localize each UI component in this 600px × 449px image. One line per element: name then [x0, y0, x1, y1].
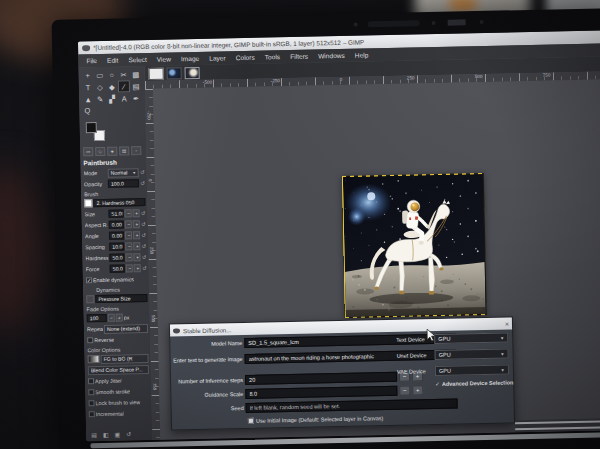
menu-help[interactable]: Help [351, 50, 373, 59]
image-tab-active[interactable] [185, 66, 200, 78]
reset-icon[interactable]: ↺ [141, 232, 146, 238]
repeat-dropdown[interactable]: None (extend) [104, 324, 148, 334]
apply-jitter-checkbox[interactable] [88, 378, 94, 384]
guidance-input[interactable] [245, 386, 397, 399]
minus-icon[interactable]: − [126, 253, 133, 261]
zoom-tool-icon[interactable]: Q [82, 105, 143, 117]
use-initial-image-checkbox[interactable] [248, 418, 254, 424]
menu-windows[interactable]: Windows [314, 51, 349, 61]
image-tab[interactable] [167, 67, 182, 79]
eraser-tool-icon[interactable]: ▤ [130, 80, 142, 92]
dock-button-icon[interactable]: ▤ [119, 146, 129, 155]
dock-button-icon[interactable]: ▫ [131, 146, 141, 155]
layer-selection-border[interactable] [342, 173, 487, 318]
close-icon[interactable]: × [505, 320, 509, 327]
crop-tool-icon[interactable]: ▩ [130, 68, 142, 80]
vae-device-dropdown[interactable]: GPU ▼ [435, 364, 509, 376]
plus-icon[interactable]: + [134, 242, 141, 250]
color-swatches[interactable] [83, 119, 144, 144]
rectangle-select-tool-icon[interactable]: ▭ [94, 69, 106, 81]
bucket-fill-tool-icon[interactable]: ◆ [106, 81, 118, 93]
blend-color-space-dropdown[interactable]: Blend Color Space P... [88, 365, 149, 375]
reset-icon[interactable]: ↺ [141, 210, 146, 216]
airbrush-tool-icon[interactable]: ▲ [82, 93, 94, 105]
pencil-tool-icon[interactable]: ✎ [94, 93, 106, 105]
smudge-tool-icon[interactable]: ▞ [106, 93, 118, 105]
menu-file[interactable]: File [82, 56, 101, 65]
fade-length-field[interactable]: 100 [87, 314, 107, 322]
plus-icon[interactable]: + [134, 264, 141, 272]
gradient-tool-icon[interactable]: ◇ [94, 81, 106, 93]
angle-slider[interactable]: 0.00 [109, 231, 125, 239]
plus-icon[interactable]: + [133, 231, 140, 239]
size-slider[interactable]: 51.00 [108, 209, 124, 217]
menu-colors[interactable]: Colors [232, 53, 259, 63]
minus-icon[interactable]: − [125, 220, 132, 228]
reset-icon[interactable]: ↺ [142, 243, 147, 249]
aspect-slider[interactable]: 0.00 [109, 220, 125, 228]
steps-input[interactable] [245, 372, 397, 385]
menu-layer[interactable]: Layer [205, 53, 230, 63]
restore-options-icon[interactable]: ◧ [103, 431, 109, 438]
image-tab[interactable] [149, 67, 164, 79]
opacity-reset-icon[interactable]: ↺ [140, 180, 145, 186]
scrollbar-track[interactable] [515, 420, 600, 424]
lock-brush-checkbox[interactable] [88, 400, 94, 406]
ink-tool-icon[interactable]: ✒ [130, 92, 142, 104]
paintbrush-tool-icon[interactable]: ∕ [118, 80, 130, 92]
reset-icon[interactable]: ↺ [142, 254, 147, 260]
reverse-checkbox[interactable] [87, 337, 93, 343]
spacing-slider[interactable]: 10.0 [109, 242, 125, 250]
enable-dynamics-checkbox[interactable]: ✓ [86, 277, 92, 283]
reset-icon[interactable]: ↺ [141, 221, 146, 227]
incremental-checkbox[interactable] [89, 411, 95, 417]
hardness-slider[interactable]: 50.0 [109, 253, 125, 261]
brush-selector[interactable]: 2. Hardness 050 [93, 198, 145, 207]
advanced-checkbox[interactable]: ✓ [435, 381, 440, 387]
gradient-swatch[interactable] [88, 355, 100, 363]
menu-view[interactable]: View [153, 54, 175, 63]
minus-icon[interactable]: − [125, 209, 132, 217]
menu-edit[interactable]: Edit [103, 56, 123, 65]
free-select-tool-icon[interactable]: ○ [106, 69, 118, 81]
opacity-slider[interactable]: 100.0 [108, 179, 140, 188]
dock-button-icon[interactable]: ▭ [83, 147, 93, 156]
reset-icon[interactable]: ↺ [142, 265, 147, 271]
plus-icon[interactable]: + [134, 253, 141, 261]
minus-icon[interactable]: − [399, 386, 410, 396]
text-device-dropdown[interactable]: GPU ▼ [434, 332, 508, 344]
fade-unit[interactable]: px [124, 314, 130, 320]
transform-tool-icon[interactable]: T [82, 81, 94, 93]
gradient-dropdown[interactable]: FG to BG (R [101, 354, 149, 364]
menu-filters[interactable]: Filters [286, 52, 312, 62]
color-options-caption[interactable]: Color Options [87, 346, 148, 353]
plus-icon[interactable]: + [412, 385, 423, 395]
dock-button-icon[interactable]: ◈ [107, 147, 117, 156]
move-tool-icon[interactable]: + [82, 69, 94, 81]
force-slider[interactable]: 50.0 [110, 264, 126, 272]
reset-options-icon[interactable]: ↺ [126, 430, 131, 437]
delete-options-icon[interactable]: ▣ [114, 431, 120, 438]
scrollbar-thumb[interactable] [515, 426, 600, 430]
plus-icon[interactable]: + [116, 314, 123, 322]
plus-icon[interactable]: + [133, 220, 140, 228]
menu-tools[interactable]: Tools [261, 52, 285, 61]
foreground-color-swatch[interactable] [86, 122, 97, 133]
horizontal-scrollbar[interactable] [515, 418, 600, 432]
smooth-stroke-checkbox[interactable] [88, 389, 94, 395]
text-tool-icon[interactable]: A [118, 92, 130, 104]
scissors-tool-icon[interactable]: ✂ [118, 68, 130, 80]
minus-icon[interactable]: − [126, 242, 133, 250]
unet-device-dropdown[interactable]: GPU ▼ [434, 348, 508, 360]
menu-select[interactable]: Select [124, 55, 151, 65]
minus-icon[interactable]: − [125, 231, 132, 239]
save-options-icon[interactable]: ▤ [91, 431, 97, 438]
mode-dropdown[interactable]: Normal▼ [108, 168, 140, 178]
menu-image[interactable]: Image [177, 54, 204, 64]
mode-reset-icon[interactable]: ↺ [140, 169, 145, 175]
dock-button-icon[interactable]: ◇ [95, 147, 105, 156]
seed-input[interactable] [246, 399, 458, 413]
minus-icon[interactable]: − [108, 314, 115, 322]
plus-icon[interactable]: + [133, 209, 140, 217]
minus-icon[interactable]: − [126, 264, 133, 272]
